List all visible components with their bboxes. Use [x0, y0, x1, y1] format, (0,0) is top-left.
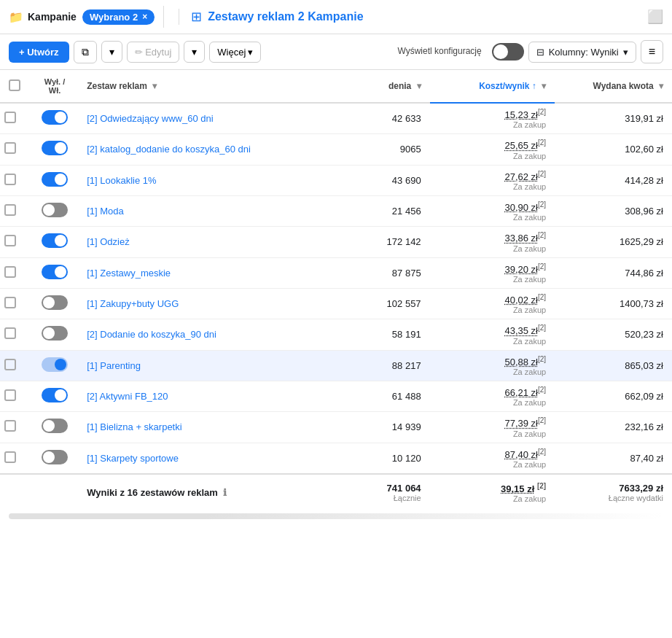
filter-button[interactable]: ≡	[641, 40, 663, 63]
table-row: [1] Lookaklie 1% 43 690 27,62 zł[2] Za z…	[0, 165, 672, 195]
badge-close-icon[interactable]: ×	[142, 12, 147, 22]
row-spent-cell: 1400,73 zł	[555, 288, 672, 319]
row-checkbox[interactable]	[4, 112, 16, 123]
row-check-cell	[0, 257, 31, 288]
scroll-hint[interactable]	[9, 513, 663, 519]
row-name-cell[interactable]: [2] Odwiedzający www_60 dni	[78, 103, 344, 134]
row-checkbox[interactable]	[4, 420, 16, 432]
toggle-off[interactable]	[42, 203, 68, 217]
divider	[163, 6, 164, 28]
row-checkbox[interactable]	[4, 451, 16, 463]
copy-dropdown-button[interactable]: ▾	[101, 41, 122, 63]
row-toggle-cell	[31, 165, 78, 195]
row-deliveries-cell: 9065	[344, 134, 430, 165]
more-label: Więcej	[217, 47, 246, 58]
cost-sub: Za zakup	[439, 460, 547, 469]
row-name-cell[interactable]: [1] Moda	[78, 195, 344, 226]
toggle-on[interactable]	[42, 388, 68, 402]
edit-button[interactable]: ✏ Edytuj	[127, 42, 180, 63]
cost-sub: Za zakup	[439, 152, 547, 160]
row-name-cell[interactable]: [1] Bielizna + skarpetki	[78, 412, 344, 443]
row-checkbox[interactable]	[4, 174, 16, 185]
toggle-off[interactable]	[42, 326, 68, 341]
row-spent-cell: 232,16 zł	[555, 412, 672, 443]
cost-note: [2]	[538, 201, 546, 209]
cost-value: 25,65 zł	[504, 141, 538, 152]
cost-value: 27,62 zł	[504, 171, 538, 182]
cost-filter-icon[interactable]: ▾	[542, 81, 546, 91]
row-name-cell[interactable]: [2] Aktywni FB_120	[78, 381, 344, 411]
toggle-on[interactable]	[42, 141, 68, 155]
row-name-cell[interactable]: [1] Skarpety sportowe	[78, 443, 344, 474]
row-name-cell[interactable]: [1] Zakupy+buty UGG	[78, 288, 344, 319]
footer-info-icon[interactable]: ℹ	[223, 487, 227, 498]
toggle-off[interactable]	[42, 450, 68, 464]
row-checkbox[interactable]	[4, 359, 16, 370]
cost-value: 39,20 zł	[504, 264, 538, 275]
row-checkbox[interactable]	[4, 235, 16, 246]
deliveries-filter-icon[interactable]: ▾	[417, 81, 421, 91]
cost-note: [2]	[538, 416, 546, 424]
header-deliveries[interactable]: denia ▾	[344, 70, 430, 103]
row-checkbox[interactable]	[4, 327, 16, 339]
cost-sub: Za zakup	[439, 120, 547, 129]
row-toggle-cell	[31, 257, 78, 288]
cost-note: [2]	[538, 231, 546, 239]
row-checkbox[interactable]	[4, 142, 16, 154]
name-filter-icon[interactable]: ▾	[152, 81, 157, 91]
table-row: [2] Dodanie do koszyka_90 dni 58 191 43,…	[0, 319, 672, 350]
toggle-half[interactable]	[42, 357, 68, 372]
cost-value: 33,86 zł	[504, 233, 538, 244]
spent-filter-icon[interactable]: ▾	[659, 81, 663, 91]
row-spent-cell: 744,86 zł	[555, 257, 672, 288]
cost-value: 77,39 zł	[504, 419, 538, 429]
columns-button[interactable]: ⊟ Kolumny: Wyniki ▾	[528, 42, 636, 63]
row-deliveries-cell: 42 633	[344, 103, 430, 134]
row-cost-cell: 33,86 zł[2] Za zakup	[430, 227, 555, 257]
display-config-toggle[interactable]	[492, 43, 524, 61]
section-icon: ⊞	[191, 9, 202, 25]
toggle-on[interactable]	[42, 265, 68, 279]
header-cost[interactable]: Koszt/wynik ↑ ▾	[430, 70, 555, 103]
table-row: [1] Skarpety sportowe 10 120 87,40 zł[2]…	[0, 443, 672, 474]
header-checkbox[interactable]	[9, 79, 20, 91]
footer-deliveries-sub: Łącznie	[353, 494, 421, 502]
more-button[interactable]: Więcej ▾	[209, 42, 261, 63]
toggle-off[interactable]	[42, 295, 68, 310]
row-checkbox[interactable]	[4, 297, 16, 308]
row-name-cell[interactable]: [2] Dodanie do koszyka_90 dni	[78, 319, 344, 350]
row-checkbox[interactable]	[4, 266, 16, 278]
header-spent[interactable]: Wydana kwota ▾	[555, 70, 672, 103]
header-name[interactable]: Zestaw reklam ▾	[78, 70, 344, 103]
row-cost-cell: 87,40 zł[2] Za zakup	[430, 443, 555, 474]
toggle-on[interactable]	[42, 233, 68, 248]
window-control[interactable]: ⬜	[647, 9, 663, 25]
row-name-cell[interactable]: [1] Parenting	[78, 350, 344, 381]
toggle-on[interactable]	[42, 110, 68, 125]
row-deliveries-cell: 10 120	[344, 443, 430, 474]
row-name-cell[interactable]: [1] Lookaklie 1%	[78, 165, 344, 195]
columns-label: Kolumny: Wyniki	[549, 47, 619, 58]
cost-note: [2]	[538, 386, 546, 394]
row-checkbox[interactable]	[4, 204, 16, 216]
row-cost-cell: 50,88 zł[2] Za zakup	[430, 350, 555, 381]
copy-icon: ⧉	[82, 46, 89, 58]
display-config-label: Wyświetl konfigurację	[397, 46, 481, 58]
row-deliveries-cell: 58 191	[344, 319, 430, 350]
row-checkbox[interactable]	[4, 389, 16, 401]
copy-button[interactable]: ⧉	[74, 41, 97, 63]
row-check-cell	[0, 103, 31, 134]
row-name-cell[interactable]: [2] katalog_dodanie do koszyka_60 dni	[78, 134, 344, 165]
cost-note: [2]	[538, 324, 546, 332]
row-name-cell[interactable]: [1] Zestawy_meskie	[78, 257, 344, 288]
row-deliveries-cell: 14 939	[344, 412, 430, 443]
edit-dropdown-button[interactable]: ▾	[184, 41, 205, 63]
create-button[interactable]: + Utwórz	[9, 42, 69, 63]
row-cost-cell: 30,90 zł[2] Za zakup	[430, 195, 555, 226]
selected-badge[interactable]: Wybrano 2 ×	[82, 9, 155, 25]
toggle-on[interactable]	[42, 172, 68, 187]
cost-sub: Za zakup	[439, 182, 547, 191]
row-name-cell[interactable]: [1] Odzież	[78, 227, 344, 257]
columns-icon: ⊟	[536, 47, 544, 58]
toggle-off[interactable]	[42, 419, 68, 433]
